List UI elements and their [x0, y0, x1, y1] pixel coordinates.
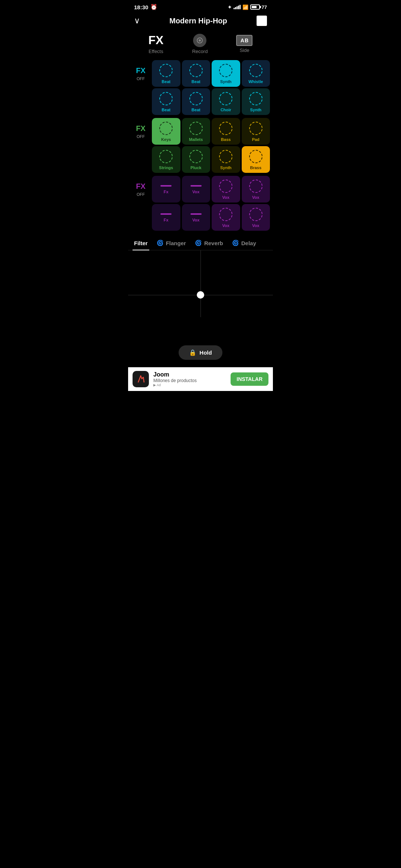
pad-vox-3[interactable]: Vox [242, 176, 270, 203]
pad-whistle[interactable]: Whistle [242, 60, 270, 87]
green-bottom-pads: Strings Pluck Synth Brass [152, 146, 270, 173]
pad-beat-2[interactable]: Beat [182, 60, 211, 87]
tab-filter[interactable]: Filter [133, 237, 149, 250]
green-top-pads: Keys Mallets Bass Pad [152, 118, 270, 145]
purple-bottom-pads: Fx Vox Vox Vox [152, 204, 270, 231]
hold-button[interactable]: 🔒 Hold [179, 345, 222, 360]
ab-icon: AB [236, 35, 252, 46]
pad-brass[interactable]: Brass [242, 146, 270, 173]
ad-badge: ▶Ad [153, 383, 226, 387]
tab-reverb[interactable]: 🌀 Reverb [193, 237, 225, 250]
pad-keys[interactable]: Keys [152, 118, 180, 145]
hold-label: Hold [199, 349, 212, 356]
pad-synth-3[interactable]: Synth [212, 146, 240, 173]
pad-bass[interactable]: Bass [212, 118, 240, 145]
pad-vox-2[interactable]: Vox [212, 176, 240, 203]
purple-fx-side-top[interactable]: FX OFF [131, 176, 150, 203]
pad-vox-5[interactable]: Vox [212, 204, 240, 231]
filter-line-vertical [200, 250, 201, 317]
blue-fx-side-top[interactable]: FX OFF [131, 60, 150, 87]
top-controls: FX Effects Record AB Side [128, 32, 273, 60]
ab-side-control[interactable]: AB Side [236, 35, 252, 53]
filter-knob[interactable] [197, 291, 204, 299]
ad-app-icon [133, 371, 149, 387]
pad-beat-3[interactable]: Beat [152, 88, 180, 115]
alarm-icon: ⏰ [150, 4, 157, 10]
filter-tabs: Filter 🌀 Flanger 🌀 Reverb 🌀 Delay [128, 234, 273, 250]
blue-bottom-row: Beat Beat Choir Synth [131, 88, 270, 115]
purple-top-row: FX OFF Fx Vox Vox Vox [131, 176, 270, 203]
blue-top-pads: Beat Beat Synth Whistle [152, 60, 270, 87]
hold-area: 🔒 Hold [128, 339, 273, 367]
filter-area [128, 250, 273, 339]
pad-strings[interactable]: Strings [152, 146, 180, 173]
install-button[interactable]: INSTALAR [231, 372, 268, 386]
green-pad-section: FX OFF Keys Mallets Bass Pad [128, 118, 273, 173]
pad-vox-4[interactable]: Vox [182, 204, 211, 231]
green-fx-side-top[interactable]: FX OFF [131, 118, 150, 145]
pad-beat-4[interactable]: Beat [182, 88, 211, 115]
purple-fx-side-bottom[interactable] [131, 204, 150, 231]
back-chevron[interactable]: ∨ [134, 16, 140, 26]
ad-app-subtitle: Millones de productos [153, 378, 226, 383]
ad-banner: Joom Millones de productos ▶Ad INSTALAR [128, 367, 273, 391]
blue-fx-side-bottom[interactable] [131, 88, 150, 115]
purple-pad-section: FX OFF Fx Vox Vox Vox [128, 176, 273, 231]
blue-pad-section: FX OFF Beat Beat Synth Whistle [128, 60, 273, 115]
record-control[interactable]: Record [192, 34, 208, 54]
stop-button[interactable] [257, 16, 267, 26]
fx-label: FX [149, 33, 164, 47]
pad-synth-2[interactable]: Synth [242, 88, 270, 115]
record-label: Record [192, 49, 208, 54]
reverb-dot: 🌀 [195, 240, 202, 246]
purple-bottom-row: Fx Vox Vox Vox [131, 204, 270, 231]
pad-pad[interactable]: Pad [242, 118, 270, 145]
svg-point-1 [199, 39, 201, 42]
status-bar: 18:30 ⏰ ✦ 📶 77 [128, 0, 273, 13]
purple-top-pads: Fx Vox Vox Vox [152, 176, 270, 203]
pad-fx-2[interactable]: Fx [152, 204, 180, 231]
pad-vox-1[interactable]: Vox [182, 176, 211, 203]
effects-label: Effects [149, 49, 163, 54]
blue-bottom-pads: Beat Beat Choir Synth [152, 88, 270, 115]
battery-icon [250, 4, 260, 10]
signal-bars [234, 5, 241, 9]
blue-top-row: FX OFF Beat Beat Synth Whistle [131, 60, 270, 87]
green-top-row: FX OFF Keys Mallets Bass Pad [131, 118, 270, 145]
flanger-dot: 🌀 [157, 240, 164, 246]
ad-text: Joom Millones de productos ▶Ad [153, 371, 226, 387]
pad-beat-1[interactable]: Beat [152, 60, 180, 87]
lock-icon: 🔒 [189, 349, 196, 356]
pad-mallets[interactable]: Mallets [182, 118, 211, 145]
tab-delay[interactable]: 🌀 Delay [231, 237, 258, 250]
tab-flanger[interactable]: 🌀 Flanger [155, 237, 188, 250]
wifi-icon: 📶 [242, 4, 248, 10]
delay-dot: 🌀 [232, 240, 239, 246]
bluetooth-icon: ✦ [228, 4, 232, 10]
green-fx-side-bottom[interactable] [131, 146, 150, 173]
side-label: Side [239, 47, 249, 53]
ad-app-name: Joom [153, 371, 226, 378]
record-icon [193, 34, 206, 47]
fx-effects-control[interactable]: FX Effects [149, 33, 164, 54]
header: ∨ Modern Hip-Hop [128, 13, 273, 32]
battery-percent: 77 [262, 4, 267, 10]
pad-pluck[interactable]: Pluck [182, 146, 211, 173]
pad-synth-1[interactable]: Synth [212, 60, 240, 87]
page-title: Modern Hip-Hop [169, 17, 227, 25]
pad-fx-1[interactable]: Fx [152, 176, 180, 203]
pad-choir[interactable]: Choir [212, 88, 240, 115]
status-time: 18:30 [134, 4, 148, 10]
pad-vox-6[interactable]: Vox [242, 204, 270, 231]
green-bottom-row: Strings Pluck Synth Brass [131, 146, 270, 173]
